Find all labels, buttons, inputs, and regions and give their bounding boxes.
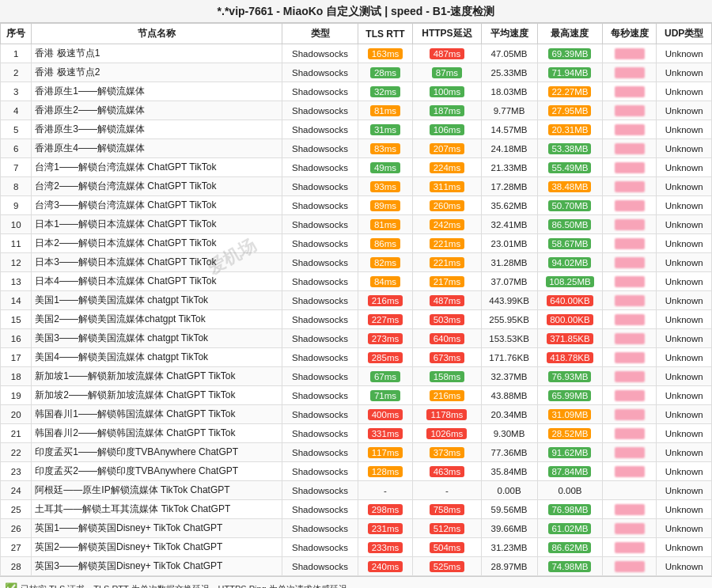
- cell-id: 21: [1, 424, 32, 443]
- table-row: 19新加坡2——解锁新加坡流媒体 ChatGPT TikTokShadowsoc…: [1, 386, 712, 405]
- cell-avg-speed: 43.88MB: [481, 386, 537, 405]
- cell-max-speed: 76.93MB: [537, 367, 603, 386]
- cell-node-name: 日本1——解锁日本流媒体 ChatGPT TikTok: [32, 215, 282, 234]
- cell-type: Shadowsocks: [282, 139, 358, 158]
- table-row: 6香港原生4——解锁流媒体Shadowsocks83ms207ms24.18MB…: [1, 139, 712, 158]
- cell-type: Shadowsocks: [282, 215, 358, 234]
- cell-max-speed: 108.25MB: [537, 272, 603, 291]
- cell-tls-rtt: 93ms: [358, 177, 413, 196]
- cell-node-name: 英国3——解锁英国Disney+ TikTok ChatGPT: [32, 557, 282, 576]
- cell-node-name: 台湾1——解锁台湾流媒体 ChatGPT TikTok: [32, 158, 282, 177]
- cell-tls-rtt: 89ms: [358, 196, 413, 215]
- cell-tls-rtt: 31ms: [358, 120, 413, 139]
- cell-type: Shadowsocks: [282, 44, 358, 63]
- cell-https-latency: 217ms: [413, 272, 481, 291]
- cell-tls-rtt: 67ms: [358, 367, 413, 386]
- cell-https-latency: 504ms: [413, 538, 481, 557]
- cell-id: 3: [1, 82, 32, 101]
- cell-id: 2: [1, 63, 32, 82]
- cell-max-speed: 86.50MB: [537, 215, 603, 234]
- footer-check-text: 已核实 TLS 证书。TLS RTT 为单次数据交换延迟，HTTPS Ping …: [21, 582, 356, 588]
- cell-avg-speed: 35.84MB: [481, 462, 537, 481]
- cell-id: 14: [1, 291, 32, 310]
- cell-tls-rtt: 240ms: [358, 557, 413, 576]
- cell-type: Shadowsocks: [282, 253, 358, 272]
- cell-udp-type: Unknown: [657, 44, 712, 63]
- col-id: 序号: [1, 24, 32, 44]
- cell-type: Shadowsocks: [282, 424, 358, 443]
- cell-max-speed: 76.98MB: [537, 500, 603, 519]
- col-type: 类型: [282, 24, 358, 44]
- cell-avg-speed: 443.99KB: [481, 291, 537, 310]
- cell-type: Shadowsocks: [282, 538, 358, 557]
- cell-avg-speed: 37.07MB: [481, 272, 537, 291]
- cell-max-speed: 800.00KB: [537, 310, 603, 329]
- cell-tls-rtt: 298ms: [358, 500, 413, 519]
- cell-per-sec: [603, 196, 657, 215]
- cell-type: Shadowsocks: [282, 310, 358, 329]
- cell-avg-speed: 255.95KB: [481, 310, 537, 329]
- cell-avg-speed: 59.56MB: [481, 500, 537, 519]
- cell-per-sec: [603, 82, 657, 101]
- cell-https-latency: 373ms: [413, 443, 481, 462]
- cell-avg-speed: 14.57MB: [481, 120, 537, 139]
- cell-tls-rtt: 216ms: [358, 291, 413, 310]
- cell-id: 13: [1, 272, 32, 291]
- cell-per-sec: [603, 44, 657, 63]
- cell-id: 12: [1, 253, 32, 272]
- cell-avg-speed: 9.77MB: [481, 101, 537, 120]
- cell-per-sec: [603, 101, 657, 120]
- cell-max-speed: 58.67MB: [537, 234, 603, 253]
- cell-per-sec: [603, 120, 657, 139]
- cell-max-speed: 371.85KB: [537, 329, 603, 348]
- cell-id: 5: [1, 120, 32, 139]
- table-row: 21韩国春川2——解锁韩国流媒体 ChatGPT TikTokShadowsoc…: [1, 424, 712, 443]
- title-bar: *.*vip-7661 - MiaoKo 自定义测试 | speed - B1-…: [0, 0, 712, 23]
- cell-tls-rtt: 81ms: [358, 215, 413, 234]
- cell-max-speed: 27.95MB: [537, 101, 603, 120]
- cell-id: 24: [1, 481, 32, 500]
- cell-node-name: 香港原生4——解锁流媒体: [32, 139, 282, 158]
- cell-https-latency: 525ms: [413, 557, 481, 576]
- cell-id: 8: [1, 177, 32, 196]
- cell-id: 4: [1, 101, 32, 120]
- cell-https-latency: 1026ms: [413, 424, 481, 443]
- cell-id: 22: [1, 443, 32, 462]
- cell-node-name: 新加坡2——解锁新加坡流媒体 ChatGPT TikTok: [32, 386, 282, 405]
- cell-udp-type: Unknown: [657, 329, 712, 348]
- cell-udp-type: Unknown: [657, 310, 712, 329]
- cell-tls-rtt: -: [358, 481, 413, 500]
- cell-type: Shadowsocks: [282, 462, 358, 481]
- table-row: 16美国3——解锁美国流媒体 chatgpt TikTokShadowsocks…: [1, 329, 712, 348]
- col-name: 节点名称: [32, 24, 282, 44]
- cell-type: Shadowsocks: [282, 158, 358, 177]
- cell-type: Shadowsocks: [282, 291, 358, 310]
- cell-max-speed: 28.52MB: [537, 424, 603, 443]
- cell-tls-rtt: 163ms: [358, 44, 413, 63]
- cell-https-latency: 100ms: [413, 82, 481, 101]
- cell-avg-speed: 0.00B: [481, 481, 537, 500]
- cell-max-speed: 71.94MB: [537, 63, 603, 82]
- cell-udp-type: Unknown: [657, 82, 712, 101]
- cell-https-latency: 758ms: [413, 500, 481, 519]
- cell-avg-speed: 39.66MB: [481, 519, 537, 538]
- cell-max-speed: 38.48MB: [537, 177, 603, 196]
- table-row: 4香港原生2——解锁流媒体Shadowsocks81ms187ms9.77MB2…: [1, 101, 712, 120]
- cell-type: Shadowsocks: [282, 329, 358, 348]
- cell-max-speed: 65.99MB: [537, 386, 603, 405]
- cell-max-speed: 20.31MB: [537, 120, 603, 139]
- cell-max-speed: 31.09MB: [537, 405, 603, 424]
- cell-avg-speed: 31.23MB: [481, 538, 537, 557]
- cell-avg-speed: 25.33MB: [481, 63, 537, 82]
- cell-per-sec: [603, 272, 657, 291]
- cell-avg-speed: 77.36MB: [481, 443, 537, 462]
- table-row: 9台湾3——解锁台湾流媒体 ChatGPT TikTokShadowsocks8…: [1, 196, 712, 215]
- cell-node-name: 香港 极速节点2: [32, 63, 282, 82]
- cell-avg-speed: 24.18MB: [481, 139, 537, 158]
- cell-avg-speed: 28.97MB: [481, 557, 537, 576]
- cell-max-speed: 86.62MB: [537, 538, 603, 557]
- cell-per-sec: [603, 462, 657, 481]
- page-title: *.*vip-7661 - MiaoKo 自定义测试 | speed - B1-…: [218, 5, 495, 17]
- cell-https-latency: 87ms: [413, 63, 481, 82]
- cell-per-sec: [603, 424, 657, 443]
